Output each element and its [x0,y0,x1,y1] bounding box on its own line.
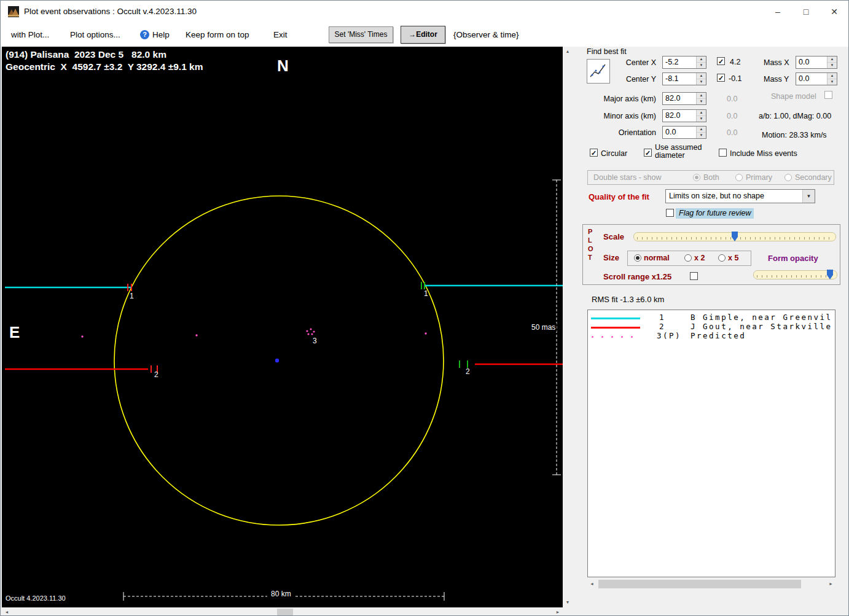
orientation-input[interactable]: 0.0 ▲▼ [662,126,706,139]
scroll-left-icon[interactable]: ◄ [587,579,597,590]
mass-y-value[interactable]: 0.0 [796,73,827,85]
help-icon[interactable]: ? [140,30,149,39]
form-opacity-slider[interactable] [753,270,837,281]
scroll-left-icon[interactable]: ◄ [2,607,12,616]
chord-1-left-label: 1 [130,292,134,300]
major-axis-value[interactable]: 82.0 [663,93,696,104]
spin-down-icon[interactable]: ▼ [697,63,706,68]
spin-up-icon[interactable]: ▲ [827,73,837,79]
menu-plot-options[interactable]: Plot options... [70,23,120,47]
form-opacity-label: Form opacity [768,254,818,263]
spin-down-icon[interactable]: ▼ [827,79,837,85]
quality-selected-value: Limits on size, but no shape [669,192,764,200]
spin-up-icon[interactable]: ▲ [697,57,706,63]
menu-help[interactable]: Help [152,23,170,47]
observer-time-label: {Observer & time} [453,23,519,47]
mas-scale-label: 50 mas [530,323,557,332]
circular-checkbox[interactable]: ✓ [590,149,598,157]
flag-review-label[interactable]: Flag for future review [676,208,754,219]
double-stars-primary-radio [735,174,743,181]
check-icon: ✓ [645,149,651,157]
scroll-down-icon[interactable]: ▼ [563,598,573,607]
legend-1-swatch [591,318,640,319]
double-stars-group: Double stars - show Both Primary Seconda… [587,170,834,185]
legend-horizontal-scrollbar[interactable]: ◄ ► [587,579,835,590]
minor-axis-error: 0.0 [727,112,737,120]
plot-canvas[interactable]: (914) Palisana 2023 Dec 5 82.0 km Geocen… [2,47,563,607]
dropdown-arrow-icon[interactable]: ▼ [802,190,815,203]
minimize-icon[interactable]: – [764,1,792,23]
chord-1-right-label: 1 [424,289,428,298]
double-stars-title: Double stars - show [593,173,661,182]
plot-controls-group: P L O T Scale Size normal x 2 x 5 Form o… [582,224,840,285]
spin-up-icon[interactable]: ▲ [697,110,706,116]
predicted-chord-dots [81,328,426,337]
include-miss-checkbox[interactable] [719,149,727,157]
center-y-fit-checkbox[interactable]: ✓ [717,74,725,82]
plot-title: (914) Palisana 2023 Dec 5 82.0 km [6,49,166,60]
scroll-up-icon[interactable]: ▲ [563,47,573,57]
size-x5-radio[interactable] [718,254,726,262]
scroll-right-icon[interactable]: ► [826,579,835,590]
right-panel: Find best fit Center X -5.2 ▲▼ ✓ 4.2 Mas… [573,47,849,616]
scroll-range-checkbox[interactable] [690,272,698,280]
legend-3-swatch [592,336,633,338]
close-icon[interactable]: ✕ [820,1,848,23]
menu-with-plot[interactable]: with Plot... [11,23,49,47]
chord-3-label: 3 [313,337,317,345]
orientation-error: 0.0 [727,128,737,137]
spin-down-icon[interactable]: ▼ [697,133,706,138]
scroll-right-icon[interactable]: ► [553,607,563,616]
spin-down-icon[interactable]: ▼ [697,79,706,85]
center-x-value[interactable]: -5.2 [663,57,696,68]
window-title: Plot event observations : Occult v.4.202… [24,7,197,16]
legend-3-name: Predicted [691,331,746,340]
spin-up-icon[interactable]: ▲ [697,93,706,99]
double-stars-primary-label: Primary [746,173,772,182]
menu-exit[interactable]: Exit [273,23,288,47]
legend-2-swatch [591,327,640,329]
spin-up-icon[interactable]: ▲ [697,127,706,133]
center-y-input[interactable]: -8.1 ▲▼ [662,72,706,85]
center-y-error: -0.1 [729,74,742,83]
size-normal-radio[interactable] [634,254,641,262]
editor-button[interactable]: →Editor [401,26,445,44]
spin-down-icon[interactable]: ▼ [697,116,706,122]
plot-vertical-scrollbar[interactable]: ▲ ▼ [563,47,573,607]
spin-down-icon[interactable]: ▼ [697,99,706,104]
center-y-value[interactable]: -8.1 [663,73,696,85]
circular-label: Circular [601,149,627,158]
shape-model-label: Shape model [771,92,816,101]
major-axis-input[interactable]: 82.0 ▲▼ [662,92,706,105]
check-icon: ✓ [718,58,724,65]
hscroll-thumb[interactable] [277,609,293,615]
legend-panel: 1 B Gimple, near Greenvil 2 J Gout, near… [587,310,835,577]
minor-axis-input[interactable]: 82.0 ▲▼ [662,109,706,122]
spin-down-icon[interactable]: ▼ [827,63,837,68]
scale-label: Scale [603,232,624,241]
use-assumed-checkbox[interactable]: ✓ [644,149,652,157]
minor-axis-value[interactable]: 82.0 [663,110,696,122]
orientation-value[interactable]: 0.0 [663,127,696,138]
spin-up-icon[interactable]: ▲ [697,73,706,79]
maximize-icon[interactable]: □ [792,1,820,23]
center-x-input[interactable]: -5.2 ▲▼ [662,56,706,69]
plot-horizontal-scrollbar[interactable]: ◄ ► [2,607,563,616]
mass-y-label: Mass Y [764,75,789,84]
mass-x-value[interactable]: 0.0 [796,57,827,68]
spin-up-icon[interactable]: ▲ [827,57,837,63]
legend-hscroll-thumb[interactable] [598,580,801,588]
size-x2-radio[interactable] [684,254,692,262]
plot-version-label: Occult 4.2023.11.30 [6,595,66,602]
center-x-fit-checkbox[interactable]: ✓ [717,57,725,65]
mass-x-input[interactable]: 0.0 ▲▼ [796,56,837,69]
mass-y-input[interactable]: 0.0 ▲▼ [796,72,837,85]
quality-dropdown[interactable]: Limits on size, but no shape ▼ [665,189,815,203]
mass-x-label: Mass X [764,58,789,67]
plot-letter-p: P [588,228,592,235]
flag-review-checkbox[interactable] [666,209,674,217]
scale-slider[interactable] [633,232,836,243]
major-axis-label: Major axis (km) [589,95,656,103]
menu-keep-form-on-top[interactable]: Keep form on top [186,23,249,47]
set-miss-times-button[interactable]: Set 'Miss' Times [329,26,393,43]
